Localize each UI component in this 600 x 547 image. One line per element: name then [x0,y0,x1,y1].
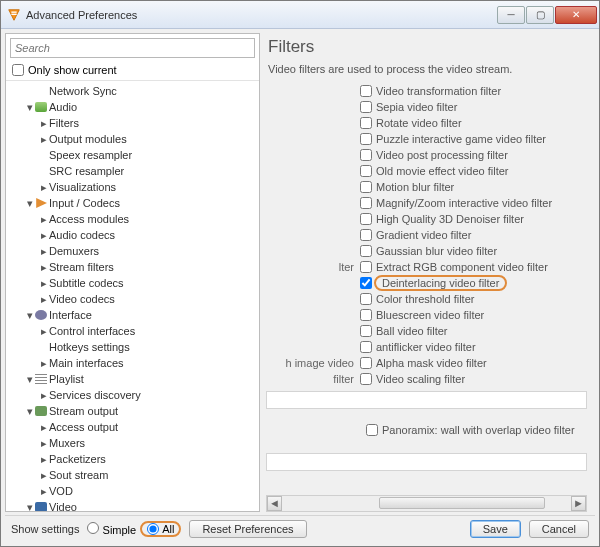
collapse-icon[interactable]: ▾ [24,405,35,418]
filter-checkbox[interactable] [360,373,372,385]
filter-checkbox[interactable] [360,213,372,225]
filter-label[interactable]: Puzzle interactive game video filter [376,133,546,145]
expand-icon[interactable]: ▸ [38,229,49,242]
filter-label[interactable]: Gradient video filter [376,229,471,241]
tree-item[interactable]: ▾Playlist [10,371,259,387]
filter-label[interactable]: High Quality 3D Denoiser filter [376,213,524,225]
collapse-icon[interactable]: ▾ [24,309,35,322]
expand-icon[interactable]: ▸ [38,437,49,450]
scroll-left-arrow[interactable]: ◄ [267,496,282,511]
minimize-button[interactable]: ─ [497,6,525,24]
expand-icon[interactable]: ▸ [38,277,49,290]
filter-checkbox[interactable] [360,341,372,353]
reset-preferences-button[interactable]: Reset Preferences [189,520,306,538]
tree-item[interactable]: ▾Interface [10,307,259,323]
filter-label[interactable]: Gaussian blur video filter [376,245,497,257]
filter-label[interactable]: Alpha mask video filter [376,357,487,369]
filter-checkbox[interactable] [360,165,372,177]
filter-checkbox[interactable] [360,293,372,305]
tree-item[interactable]: ▸Muxers [10,435,259,451]
filter-checkbox[interactable] [360,229,372,241]
tree-item[interactable]: ▾Stream output [10,403,259,419]
filter-label[interactable]: Sepia video filter [376,101,457,113]
tree-item[interactable]: ▸Filters [10,115,259,131]
tree-item[interactable]: Hotkeys settings [10,339,259,355]
filter-checkbox[interactable] [360,325,372,337]
filter-label[interactable]: Rotate video filter [376,117,462,129]
tree-item[interactable]: ▸Main interfaces [10,355,259,371]
tree-item[interactable]: Network Sync [10,83,259,99]
filter-label[interactable]: Video transformation filter [376,85,501,97]
filter-checkbox[interactable] [360,101,372,113]
tree-item[interactable]: ▸Visualizations [10,179,259,195]
tree-item[interactable]: ▸Video codecs [10,291,259,307]
scroll-right-arrow[interactable]: ► [571,496,586,511]
tree-item[interactable]: ▸Packetizers [10,451,259,467]
panoramix-checkbox[interactable] [366,424,378,436]
filter-label[interactable]: Motion blur filter [376,181,454,193]
tree-item[interactable]: Speex resampler [10,147,259,163]
expand-icon[interactable]: ▸ [38,357,49,370]
filter-order-field[interactable] [266,391,587,409]
filter-label[interactable]: Color threshold filter [376,293,474,305]
expand-icon[interactable]: ▸ [38,485,49,498]
close-button[interactable]: ✕ [555,6,597,24]
expand-icon[interactable]: ▸ [38,293,49,306]
expand-icon[interactable]: ▸ [38,261,49,274]
filter-checkbox[interactable] [360,277,372,289]
splitter-order-field[interactable] [266,453,587,471]
expand-icon[interactable]: ▸ [38,213,49,226]
expand-icon[interactable]: ▸ [38,117,49,130]
tree-item[interactable]: ▸Control interfaces [10,323,259,339]
filter-checkbox[interactable] [360,181,372,193]
collapse-icon[interactable]: ▾ [24,501,35,512]
cancel-button[interactable]: Cancel [529,520,589,538]
expand-icon[interactable]: ▸ [38,245,49,258]
simple-radio-label[interactable]: Simple [87,522,136,536]
tree-item[interactable]: ▸Sout stream [10,467,259,483]
filter-label[interactable]: Deinterlacing video filter [374,275,507,291]
filter-label[interactable]: Ball video filter [376,325,448,337]
search-input[interactable] [10,38,255,58]
tree-item[interactable]: ▸VOD [10,483,259,499]
expand-icon[interactable]: ▸ [38,421,49,434]
horizontal-scrollbar[interactable]: ◄ ► [266,495,587,512]
filter-checkbox[interactable] [360,309,372,321]
collapse-icon[interactable]: ▾ [24,197,35,210]
tree-item[interactable]: ▾Video [10,499,259,511]
save-button[interactable]: Save [470,520,521,538]
tree-item[interactable]: ▸Access modules [10,211,259,227]
filter-label[interactable]: Bluescreen video filter [376,309,484,321]
tree-item[interactable]: ▾Audio [10,99,259,115]
filter-label[interactable]: Video post processing filter [376,149,508,161]
scroll-thumb[interactable] [379,497,545,509]
expand-icon[interactable]: ▸ [38,181,49,194]
filter-label[interactable]: Video scaling filter [376,373,465,385]
tree-item[interactable]: ▸Services discovery [10,387,259,403]
collapse-icon[interactable]: ▾ [24,373,35,386]
filter-checkbox[interactable] [360,261,372,273]
expand-icon[interactable]: ▸ [38,133,49,146]
tree-item[interactable]: ▸Access output [10,419,259,435]
tree-item[interactable]: ▸Audio codecs [10,227,259,243]
filter-checkbox[interactable] [360,85,372,97]
expand-icon[interactable]: ▸ [38,389,49,402]
tree-item[interactable]: SRC resampler [10,163,259,179]
collapse-icon[interactable]: ▾ [24,101,35,114]
tree-item[interactable]: ▸Output modules [10,131,259,147]
filter-checkbox[interactable] [360,117,372,129]
filter-checkbox[interactable] [360,149,372,161]
tree-item[interactable]: ▸Stream filters [10,259,259,275]
category-tree[interactable]: Network Sync▾Audio▸Filters▸Output module… [6,81,259,511]
only-show-current-checkbox[interactable] [12,64,24,76]
tree-item[interactable]: ▾Input / Codecs [10,195,259,211]
all-radio[interactable] [147,523,159,535]
expand-icon[interactable]: ▸ [38,469,49,482]
filter-label[interactable]: Extract RGB component video filter [376,261,548,273]
all-radio-label[interactable]: All [140,521,181,537]
expand-icon[interactable]: ▸ [38,325,49,338]
filter-checkbox[interactable] [360,197,372,209]
filter-checkbox[interactable] [360,357,372,369]
filter-checkbox[interactable] [360,245,372,257]
filter-label[interactable]: Magnify/Zoom interactive video filter [376,197,552,209]
